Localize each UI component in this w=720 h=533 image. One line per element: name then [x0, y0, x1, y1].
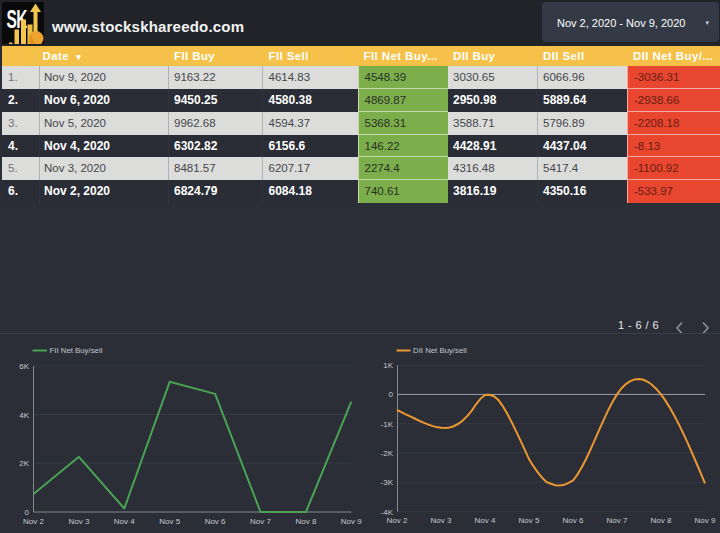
svg-text:Nov 3: Nov 3	[68, 517, 89, 526]
svg-text:Nov 7: Nov 7	[607, 516, 628, 525]
svg-text:Nov 2: Nov 2	[387, 516, 408, 525]
svg-text:Nov 8: Nov 8	[651, 516, 672, 525]
svg-text:0: 0	[389, 390, 394, 399]
svg-text:Nov 8: Nov 8	[295, 517, 316, 526]
svg-text:FII Net Buy/sell: FII Net Buy/sell	[50, 346, 103, 355]
svg-text:Nov 2: Nov 2	[23, 517, 44, 526]
svg-text:0: 0	[25, 508, 30, 517]
svg-text:Nov 4: Nov 4	[475, 516, 496, 525]
svg-text:DII Net Buy/sell: DII Net Buy/sell	[413, 346, 467, 355]
svg-text:Nov 4: Nov 4	[114, 517, 135, 526]
svg-text:Nov 9: Nov 9	[341, 517, 362, 526]
svg-text:Nov 6: Nov 6	[563, 516, 584, 525]
svg-text:Nov 3: Nov 3	[431, 516, 452, 525]
svg-text:Nov 6: Nov 6	[205, 517, 226, 526]
svg-text:Nov 9: Nov 9	[695, 516, 716, 525]
svg-text:Nov 7: Nov 7	[250, 517, 271, 526]
svg-text:Nov 5: Nov 5	[159, 517, 180, 526]
svg-text:-3K: -3K	[381, 478, 394, 487]
svg-text:2K: 2K	[19, 459, 29, 468]
svg-text:1K: 1K	[383, 361, 393, 370]
svg-text:4K: 4K	[19, 411, 29, 420]
svg-text:6K: 6K	[19, 362, 29, 371]
svg-text:-2K: -2K	[381, 449, 394, 458]
svg-text:Nov 5: Nov 5	[519, 516, 540, 525]
svg-text:-1K: -1K	[381, 420, 394, 429]
